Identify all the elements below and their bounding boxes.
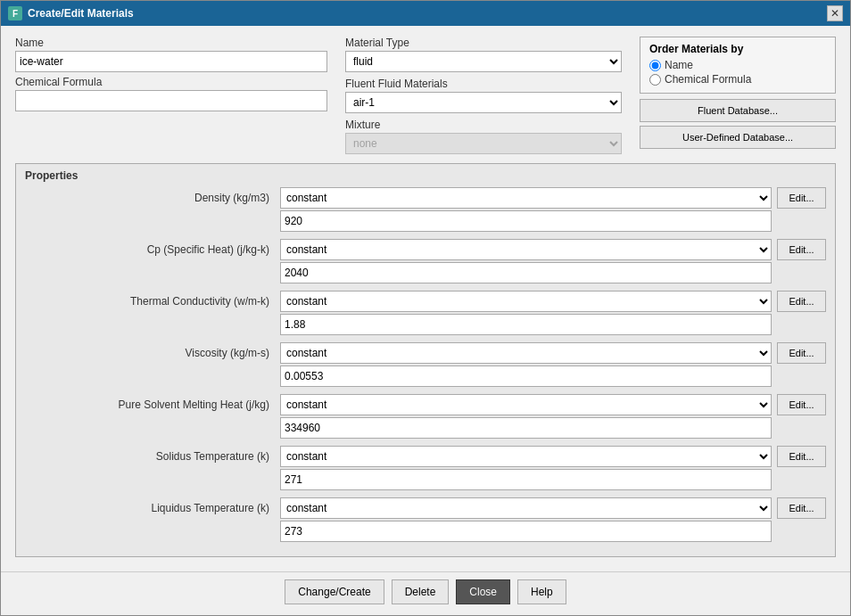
prop-edit-solidus[interactable]: Edit... (777, 446, 826, 467)
prop-row-thermal-top: Thermal Conductivity (w/m-k) constant Ed… (25, 291, 826, 312)
prop-value-thermal[interactable] (280, 314, 772, 335)
close-icon[interactable]: ✕ (827, 5, 843, 21)
fluent-database-button[interactable]: Fluent Database... (640, 99, 836, 122)
prop-label-solidus: Solidus Temperature (k) (25, 450, 275, 463)
prop-value-row-density (25, 210, 826, 232)
prop-value-row-solidus (25, 469, 826, 490)
top-section: Name Chemical Formula Material Type flui… (15, 37, 836, 154)
prop-edit-cp[interactable]: Edit... (777, 239, 826, 260)
titlebar-left: F Create/Edit Materials (8, 6, 134, 21)
titlebar: F Create/Edit Materials ✕ (1, 1, 850, 26)
mid-column: Material Type fluid solid mixture Fluent… (345, 37, 622, 154)
name-field-group: Name (15, 37, 327, 72)
mixture-label: Mixture (345, 119, 622, 131)
prop-value-solidus[interactable] (280, 469, 772, 490)
prop-value-row-cp (25, 262, 826, 283)
order-name-radio[interactable] (649, 60, 661, 71)
chemical-formula-input[interactable] (15, 90, 327, 111)
order-formula-row: Chemical Formula (649, 73, 826, 86)
prop-label-viscosity: Viscosity (kg/m-s) (25, 347, 275, 359)
prop-row-viscosity-top: Viscosity (kg/m-s) constant Edit... (25, 342, 826, 364)
fluent-fluid-select[interactable]: air-1 (345, 92, 622, 113)
prop-row-solidus-top: Solidus Temperature (k) constant Edit... (25, 446, 826, 467)
prop-select-viscosity[interactable]: constant (280, 342, 772, 364)
prop-select-solidus[interactable]: constant (280, 446, 772, 467)
close-button[interactable]: Close (456, 579, 510, 604)
name-label: Name (15, 37, 327, 49)
order-group: Order Materials by Name Chemical Formula (640, 37, 836, 94)
prop-row-liquidus: Liquidus Temperature (k) constant Edit..… (16, 494, 835, 546)
prop-value-row-viscosity (25, 365, 826, 387)
material-type-select[interactable]: fluid solid mixture (345, 51, 622, 72)
order-formula-radio-label: Chemical Formula (665, 73, 751, 86)
prop-select-liquidus[interactable]: constant (280, 497, 772, 519)
prop-value-density[interactable] (280, 210, 772, 232)
prop-edit-thermal[interactable]: Edit... (777, 291, 826, 312)
footer-bar: Change/Create Delete Close Help (1, 571, 850, 615)
name-input[interactable] (15, 51, 327, 72)
prop-value-liquidus[interactable] (280, 521, 772, 542)
fluent-fluid-label: Fluent Fluid Materials (345, 78, 622, 90)
main-window: F Create/Edit Materials ✕ Name Chemical … (0, 0, 851, 616)
prop-row-cp-top: Cp (Specific Heat) (j/kg-k) constant Edi… (25, 239, 826, 260)
fluent-fluid-field-group: Fluent Fluid Materials air-1 (345, 78, 622, 113)
prop-value-cp[interactable] (280, 262, 772, 283)
right-column: Order Materials by Name Chemical Formula… (640, 37, 836, 154)
prop-row-liquidus-top: Liquidus Temperature (k) constant Edit..… (25, 497, 826, 519)
prop-select-cp[interactable]: constant (280, 239, 772, 260)
prop-select-thermal[interactable]: constant (280, 291, 772, 312)
prop-row-thermal: Thermal Conductivity (w/m-k) constant Ed… (16, 287, 835, 339)
prop-label-density: Density (kg/m3) (25, 192, 275, 204)
properties-section: Properties Density (kg/m3) constant Edit… (15, 163, 836, 557)
prop-edit-melting-heat[interactable]: Edit... (777, 394, 826, 415)
mixture-field-group: Mixture none (345, 119, 622, 154)
material-type-label: Material Type (345, 37, 622, 49)
prop-row-density-top: Density (kg/m3) constant Edit... (25, 187, 826, 209)
material-type-field-group: Material Type fluid solid mixture (345, 37, 622, 72)
prop-row-solidus: Solidus Temperature (k) constant Edit... (16, 442, 835, 494)
prop-value-row-liquidus (25, 521, 826, 542)
prop-row-density: Density (kg/m3) constant Edit... (16, 184, 835, 235)
prop-row-viscosity: Viscosity (kg/m-s) constant Edit... (16, 339, 835, 390)
prop-row-melting-heat: Pure Solvent Melting Heat (j/kg) constan… (16, 390, 835, 442)
prop-row-cp: Cp (Specific Heat) (j/kg-k) constant Edi… (16, 235, 835, 287)
app-icon: F (8, 6, 22, 21)
prop-label-cp: Cp (Specific Heat) (j/kg-k) (25, 243, 275, 256)
prop-edit-density[interactable]: Edit... (777, 187, 826, 209)
prop-value-viscosity[interactable] (280, 365, 772, 387)
delete-button[interactable]: Delete (392, 579, 450, 604)
chemical-formula-field-group: Chemical Formula (15, 76, 327, 111)
prop-row-melting-heat-top: Pure Solvent Melting Heat (j/kg) constan… (25, 394, 826, 415)
user-defined-database-button[interactable]: User-Defined Database... (640, 126, 836, 149)
prop-value-row-melting-heat (25, 417, 826, 439)
order-name-radio-label: Name (665, 59, 693, 71)
window-title: Create/Edit Materials (28, 7, 134, 20)
order-name-row: Name (649, 59, 826, 71)
order-title: Order Materials by (649, 43, 826, 55)
prop-edit-viscosity[interactable]: Edit... (777, 342, 826, 364)
chemical-formula-label: Chemical Formula (15, 76, 327, 88)
prop-select-melting-heat[interactable]: constant (280, 394, 772, 415)
help-button[interactable]: Help (517, 579, 566, 604)
left-column: Name Chemical Formula (15, 37, 327, 154)
change-create-button[interactable]: Change/Create (285, 579, 384, 604)
mixture-select[interactable]: none (345, 133, 622, 154)
prop-label-liquidus: Liquidus Temperature (k) (25, 502, 275, 514)
main-content: Name Chemical Formula Material Type flui… (1, 26, 850, 568)
prop-value-melting-heat[interactable] (280, 417, 772, 439)
prop-label-thermal: Thermal Conductivity (w/m-k) (25, 295, 275, 308)
prop-edit-liquidus[interactable]: Edit... (777, 497, 826, 519)
prop-value-row-thermal (25, 314, 826, 335)
db-buttons: Fluent Database... User-Defined Database… (640, 99, 836, 149)
properties-title: Properties (16, 164, 835, 184)
prop-select-density[interactable]: constant (280, 187, 772, 209)
prop-label-melting-heat: Pure Solvent Melting Heat (j/kg) (25, 398, 275, 411)
order-formula-radio[interactable] (649, 74, 661, 86)
